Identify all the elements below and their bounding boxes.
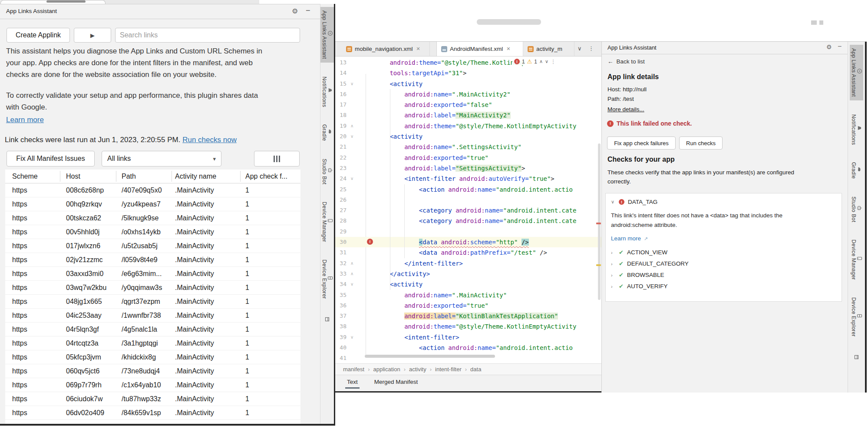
fold-gutter[interactable]: ∨ xyxy=(347,79,360,89)
fold-gutter[interactable]: ∨ xyxy=(347,173,360,184)
minimize-icon[interactable]: − xyxy=(306,6,310,15)
fold-gutter[interactable]: ∧ xyxy=(347,269,360,279)
fold-gutter[interactable] xyxy=(347,163,360,173)
code-editor[interactable]: 13 android:theme="@style/Theme.KotlinEmp… xyxy=(335,57,601,363)
fold-gutter[interactable]: ∧ xyxy=(347,121,360,131)
failed-check-row[interactable]: ∨ ! DATA_TAG xyxy=(611,199,657,205)
fold-gutter[interactable] xyxy=(347,216,360,226)
table-row[interactable]: https079g9luv7w/h7bd07ox3y.MainActivity1 xyxy=(5,420,300,424)
gear-icon[interactable]: ⚙ xyxy=(292,7,298,15)
tool-stripe-item-window[interactable] xyxy=(853,351,860,366)
more-details-link[interactable]: More details... xyxy=(607,106,644,113)
fix-all-manifest-issues-button[interactable]: Fix All Manifest Issues xyxy=(7,151,95,166)
column-header-app-check-f-[interactable]: App check f... xyxy=(245,173,287,180)
table-row[interactable]: https05kfcp3jvm/khidckix8g.MainActivity1 xyxy=(5,350,300,364)
fold-gutter[interactable] xyxy=(347,237,360,247)
fold-gutter[interactable] xyxy=(347,300,360,311)
inspection-widget[interactable]: ! 1 ⚠ 1 ∧ ∨ ⋮ xyxy=(512,58,558,65)
run-checks-button[interactable]: Run checks xyxy=(679,136,723,150)
fold-gutter[interactable] xyxy=(347,142,360,152)
fold-marker-icon[interactable]: ∧ xyxy=(350,269,353,279)
tool-stripe-item-studio-bot[interactable]: Studio Bot xyxy=(850,193,863,226)
fold-marker-icon[interactable]: ∧ xyxy=(350,121,353,131)
tool-stripe-item-gradle[interactable]: Gradle xyxy=(320,121,334,144)
table-row[interactable]: https00v5hhld0j/o0xhs14ykb.MainActivity1 xyxy=(5,225,300,239)
chevron-right-icon[interactable]: › xyxy=(611,250,615,255)
fold-gutter[interactable] xyxy=(347,321,360,332)
tool-stripe-item-device-explorer[interactable]: Device Explorer xyxy=(850,294,863,340)
breadcrumb-item-activity[interactable]: activity xyxy=(409,366,426,373)
tool-stripe-item-studio-bot[interactable]: Studio Bot xyxy=(320,155,334,188)
table-row[interactable]: https04r5lqn3gf/4g5nalc1la.MainActivity1 xyxy=(5,323,300,336)
passed-check-row-default_category[interactable]: ›✔DEFAULT_CATEGORY xyxy=(611,260,689,267)
fold-marker-icon[interactable]: ∧ xyxy=(350,258,353,269)
passed-check-row-action_view[interactable]: ›✔ACTION_VIEW xyxy=(611,249,667,256)
tool-stripe-item-device-manager[interactable]: Device Manager xyxy=(850,236,863,283)
fold-gutter[interactable] xyxy=(347,89,360,100)
table-row[interactable]: https04ic253aay/1wwnfbr738.MainActivity1 xyxy=(5,309,300,323)
fold-gutter[interactable]: ∨ xyxy=(347,332,360,343)
chevron-down-icon[interactable]: ∨ xyxy=(578,45,582,52)
column-settings-button[interactable] xyxy=(254,151,300,166)
prev-issue-icon[interactable]: ∧ xyxy=(539,59,543,64)
links-table[interactable]: SchemeHostPathActivity nameApp check f..… xyxy=(5,170,300,424)
search-input[interactable] xyxy=(115,28,300,43)
fold-gutter[interactable] xyxy=(347,290,360,300)
fold-gutter[interactable] xyxy=(347,110,360,120)
minimize-icon[interactable]: − xyxy=(838,43,842,50)
tool-stripe-item-notifications[interactable]: Notifications xyxy=(320,73,334,111)
back-to-list-link[interactable]: ← Back to list xyxy=(607,58,645,65)
fold-gutter[interactable] xyxy=(347,311,360,321)
table-row[interactable]: https00tskcza62/5lknugk9se.MainActivity1 xyxy=(5,211,300,225)
table-row[interactable]: https06ciudok7w/tu87hwp33z.MainActivity1 xyxy=(5,392,300,406)
fold-gutter[interactable]: ∧ xyxy=(347,258,360,269)
tool-stripe-item-notifications[interactable]: Notifications xyxy=(850,111,863,149)
tool-stripe-item-gradle[interactable]: Gradle xyxy=(850,159,863,182)
tool-stripe-item-device-manager[interactable]: Device Manager xyxy=(320,198,334,246)
table-row[interactable]: https03wq7w2kbu/y0qqimaw3s.MainActivity1 xyxy=(5,281,300,295)
links-filter-dropdown[interactable]: All links ▾ xyxy=(102,151,221,166)
chevron-right-icon[interactable]: › xyxy=(611,261,615,266)
column-header-scheme[interactable]: Scheme xyxy=(12,173,38,180)
fold-gutter[interactable] xyxy=(347,343,360,353)
fix-app-check-failures-button[interactable]: Fix app check failures xyxy=(607,136,676,150)
breadcrumb-item-application[interactable]: application xyxy=(373,366,400,373)
tool-stripe-item-window[interactable] xyxy=(323,313,331,328)
close-icon[interactable]: ✕ xyxy=(506,46,510,52)
editor-horizontal-scrollbar[interactable] xyxy=(365,355,495,358)
close-icon[interactable]: ✕ xyxy=(416,46,420,52)
run-button[interactable]: ▶ xyxy=(74,28,111,43)
tool-stripe-item-device-explorer[interactable]: Device Explorer xyxy=(320,256,334,303)
fold-marker-icon[interactable]: ∨ xyxy=(350,79,353,89)
fold-gutter[interactable] xyxy=(347,247,360,258)
column-header-host[interactable]: Host xyxy=(66,173,80,180)
fold-gutter[interactable] xyxy=(347,184,360,195)
fold-gutter[interactable] xyxy=(347,353,360,363)
fold-gutter[interactable] xyxy=(347,153,360,163)
chevron-down-icon[interactable]: ∨ xyxy=(611,199,615,205)
table-row[interactable]: https03axxd3mi0/e6g63mim....MainActivity… xyxy=(5,267,300,281)
tool-stripe-item-app-links-assistant[interactable]: App Links Assistant xyxy=(850,45,863,100)
table-row[interactable]: https04rtcqtz3a/3a1hgptqgi.MainActivity1 xyxy=(5,336,300,350)
column-header-path[interactable]: Path xyxy=(122,173,136,180)
chevron-right-icon[interactable]: › xyxy=(611,273,615,278)
table-row[interactable]: https008c6z68np/407e09q5x0.MainActivity1 xyxy=(5,183,300,197)
table-row[interactable]: https017jwlxzn6/u5t2usab5j.MainActivity1 xyxy=(5,239,300,253)
gear-icon[interactable]: ⚙ xyxy=(826,43,832,50)
learn-more-label[interactable]: Learn more xyxy=(6,116,44,124)
table-row[interactable]: https00hq9zrkqv/yzu4kpeas7.MainActivity1 xyxy=(5,197,300,211)
breadcrumb-item-intent-filter[interactable]: intent-filter xyxy=(435,366,462,373)
fold-marker-icon[interactable]: ∨ xyxy=(350,131,353,142)
create-applink-button[interactable]: Create Applink xyxy=(7,28,70,43)
fold-gutter[interactable] xyxy=(347,195,360,205)
fold-marker-icon[interactable]: ∨ xyxy=(350,332,353,343)
fold-marker-icon[interactable]: ∨ xyxy=(350,173,353,184)
tool-stripe-item-app-links-assistant[interactable]: App Links Assistant xyxy=(320,7,334,63)
editor-tab-mobile-navigation-xml[interactable]: mobile_navigation.xml✕ xyxy=(342,42,430,56)
tab-merged-manifest[interactable]: Merged Manifest xyxy=(373,376,419,388)
table-row[interactable]: https069p7r79rh/c1x64yab10.MainActivity1 xyxy=(5,378,300,392)
fold-marker-icon[interactable]: ∨ xyxy=(350,279,353,290)
breadcrumb-item-manifest[interactable]: manifest xyxy=(343,366,364,373)
table-row[interactable]: https06dv02o409/84k659v1sp.MainActivity1 xyxy=(5,406,300,420)
learn-more-link[interactable]: Learn more xyxy=(6,114,44,126)
